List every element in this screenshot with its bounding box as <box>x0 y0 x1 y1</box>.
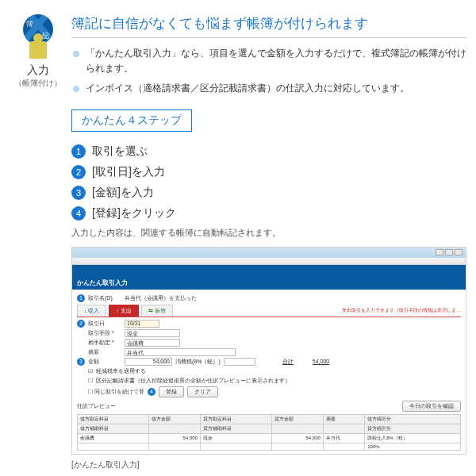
step-item: 2[取引日]を入力 <box>71 165 466 179</box>
steps-list: 1取引を選ぶ 2[取引日]を入力 3[金額]を入力 4[登録]をクリック <box>71 144 466 221</box>
marker-3-icon: 3 <box>77 358 85 366</box>
toolbar-blue <box>72 265 466 276</box>
tab-transfer[interactable]: ⇆ 振替 <box>141 305 173 317</box>
sidebar-label: 入力 <box>10 63 67 78</box>
field-label: 取引日 <box>88 320 121 328</box>
step-item: 1取引を選ぶ <box>71 144 466 159</box>
note-text: 入力した内容は、関連する帳簿に自動転記されます。 <box>71 227 466 239</box>
against-input[interactable]: 会議費 <box>125 339 180 347</box>
step-number-icon: 3 <box>71 186 86 200</box>
logo-char1: 簿 <box>26 19 33 29</box>
journal-table: 借方勘定科目 借方金額 貸方勘定科目 貸方金額 摘要 借方税区分 借方補助科目 … <box>77 414 461 451</box>
field-label: 取引手段 * <box>88 329 121 337</box>
tab-income[interactable]: ↓ 収入 <box>77 305 106 317</box>
bullet-text: インボイス（適格請求書／区分記載請求書）の仕訳入力に対応しています。 <box>86 81 409 96</box>
field-value: 弁当代（会議用）を支払った <box>125 294 197 302</box>
step-item: 4[登録]をクリック <box>71 206 466 221</box>
tab-expense[interactable]: ↑ 支出 <box>109 305 138 317</box>
sidebar: 簿 記 入力 （帳簿付け） <box>10 14 67 470</box>
field-label: 取引名(D) <box>88 294 121 302</box>
checkbox-row[interactable]: ☐ 同じ取引を続けて登 <box>88 388 144 396</box>
total-value: 54,000 <box>313 359 329 364</box>
preview-label: 仕訳プレビュー <box>77 402 116 410</box>
bullet-item: インボイス（適格請求書／区分記載請求書）の仕訳入力に対応しています。 <box>71 81 466 96</box>
tax-input[interactable] <box>224 358 255 366</box>
tax-label: 消費税(8%（軽）) <box>175 358 221 366</box>
means-input[interactable]: 現金 <box>125 329 180 337</box>
step-number-icon: 2 <box>71 165 86 179</box>
window-titlebar <box>72 248 466 258</box>
bullet-text: 「かんたん取引入力」なら、項目を選んで金額を入力するだけで、複式簿記の帳簿が付け… <box>86 46 466 76</box>
step-badge: かんたん４ステップ <box>71 109 192 132</box>
bullet-item: 「かんたん取引入力」なら、項目を選んで金額を入力するだけで、複式簿記の帳簿が付け… <box>71 46 466 76</box>
step-number-icon: 4 <box>71 206 86 221</box>
checkbox-row[interactable]: ☐ 区分記載請求書（仕入控除経過措置の金額が仕訳プレビューに表示されます） <box>77 377 461 385</box>
window-buttons <box>436 249 463 255</box>
checkbox-row[interactable]: ☑ 軽減税率を適用する <box>77 367 461 375</box>
field-label: 金額 <box>88 358 121 366</box>
app-screenshot: かんたん取引入力 1 取引名(D) 弁当代（会議用）を支払った ↓ 収入 ↑ 支… <box>71 247 466 455</box>
bullet-icon <box>73 86 79 92</box>
today-button[interactable]: 今日の取引を確認 <box>402 401 461 412</box>
page-heading: 簿記に自信がなくても悩まず帳簿が付けられます <box>71 14 466 38</box>
logo: 簿 記 <box>10 14 67 59</box>
step-item: 3[金額]を入力 <box>71 186 466 200</box>
person-icon <box>29 41 47 59</box>
red-note: 支出取引を入力できます［取引手段の情報は表示しま… <box>342 307 461 314</box>
amount-input[interactable]: 54,000 <box>125 358 172 366</box>
screenshot-caption: [かんたん取引入力] <box>71 459 466 470</box>
field-label: 相手勘定 * <box>88 339 121 347</box>
total-label: 合計 <box>282 358 294 366</box>
panel-title: かんたん取引入力 <box>72 276 466 290</box>
summary-input[interactable]: 弁当代 <box>125 348 236 356</box>
field-label: 摘要 <box>88 348 121 356</box>
tabs-row: ↓ 収入 ↑ 支出 ⇆ 振替 支出取引を入力できます［取引手段の情報は表示しま… <box>77 305 461 317</box>
marker-4-icon: 4 <box>148 388 155 396</box>
date-input[interactable]: 10/31 <box>125 320 159 328</box>
marker-1-icon: 1 <box>77 294 85 302</box>
step-number-icon: 1 <box>71 144 86 159</box>
sidebar-sublabel: （帳簿付け） <box>10 78 67 89</box>
main-content: 簿記に自信がなくても悩まず帳簿が付けられます 「かんたん取引入力」なら、項目を選… <box>67 14 466 470</box>
clear-button[interactable]: クリア <box>187 386 218 397</box>
register-button[interactable]: 登録 <box>159 386 184 397</box>
logo-char2: 記 <box>42 31 49 41</box>
menubar <box>72 258 466 265</box>
marker-2-icon: 2 <box>77 320 85 328</box>
bullet-icon <box>73 51 79 57</box>
